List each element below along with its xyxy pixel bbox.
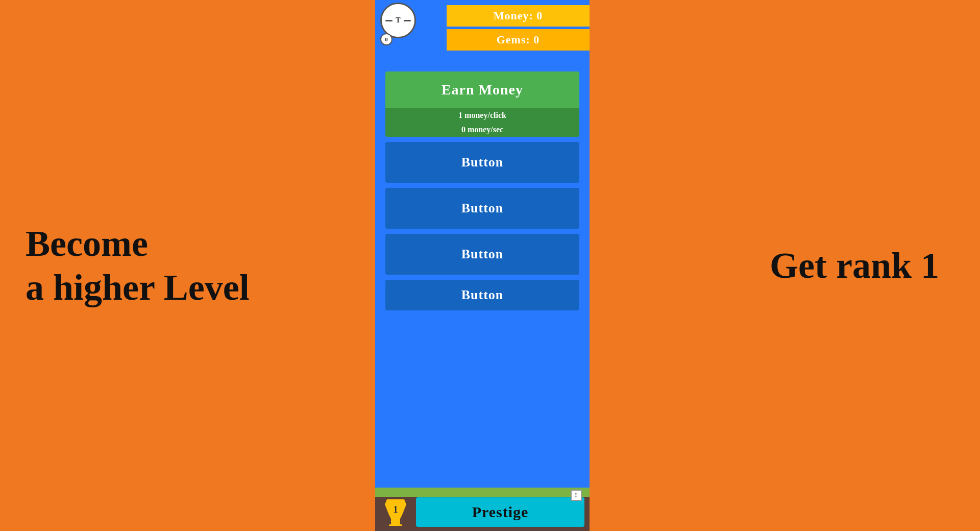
trophy-icon: 1 <box>380 498 411 526</box>
game-button-4[interactable]: Button <box>385 280 579 310</box>
avatar-arm-left <box>385 20 393 21</box>
earn-money-button[interactable]: Earn Money <box>385 71 579 108</box>
game-button-2[interactable]: Button <box>385 188 579 229</box>
left-panel: Become a higher Level <box>0 0 375 531</box>
avatar: T 0 <box>380 3 421 43</box>
trophy-svg: 1 <box>382 498 409 526</box>
left-text: Become a higher Level <box>26 222 250 310</box>
left-text-line2: a higher Level <box>26 267 250 308</box>
avatar-badge: 0 <box>380 33 393 45</box>
money-bar: Money: 0 <box>447 5 590 27</box>
svg-rect-1 <box>389 524 402 526</box>
game-button-1[interactable]: Button <box>385 142 579 183</box>
earn-money-group: Earn Money 1 money/click 0 money/sec <box>385 71 579 137</box>
avatar-letter: T <box>396 16 400 25</box>
game-container: T 0 Money: 0 Gems: 0 Earn Money 1 money/… <box>375 0 590 531</box>
avatar-inner: T <box>385 16 410 25</box>
money-per-sec: 0 money/sec <box>385 123 579 137</box>
right-text: Get rank 1 <box>770 245 939 287</box>
avatar-arms: T <box>385 16 410 25</box>
earn-money-stats: 1 money/click 0 money/sec <box>385 108 579 137</box>
game-button-3[interactable]: Button <box>385 234 579 275</box>
svg-rect-0 <box>391 522 400 524</box>
game-content: Earn Money 1 money/click 0 money/sec But… <box>375 66 590 488</box>
game-header: T 0 Money: 0 Gems: 0 <box>375 0 590 66</box>
avatar-arm-right <box>404 20 411 21</box>
gems-bar: Gems: 0 <box>447 29 590 51</box>
prestige-button[interactable]: Prestige ! <box>416 497 584 527</box>
left-text-line1: Become <box>26 223 148 264</box>
stats-bars: Money: 0 Gems: 0 <box>447 5 590 51</box>
svg-text:1: 1 <box>394 504 398 515</box>
bottom-content: 1 Prestige ! <box>375 497 590 527</box>
bottom-ground <box>375 488 590 497</box>
game-bottom: 1 Prestige ! <box>375 488 590 531</box>
notification-icon: ! <box>571 490 582 501</box>
money-per-click: 1 money/click <box>385 108 579 123</box>
right-panel: Get rank 1 <box>590 0 980 531</box>
